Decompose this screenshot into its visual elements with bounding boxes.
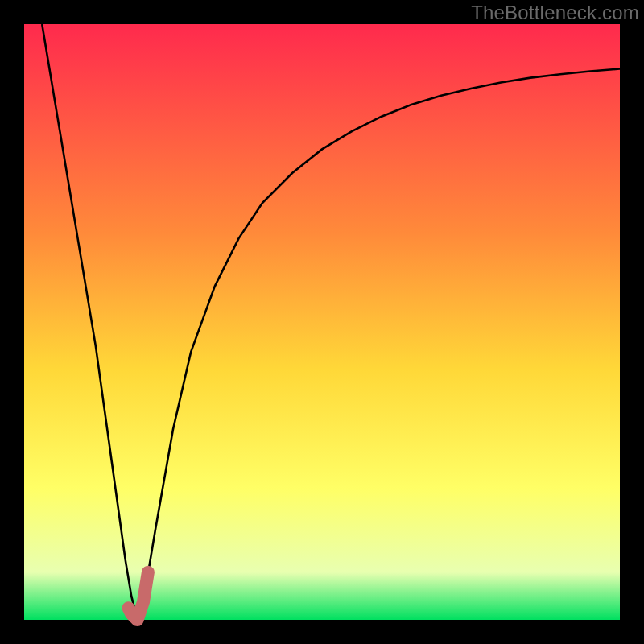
plot-area [24, 24, 620, 620]
chart-frame: TheBottleneck.com [0, 0, 644, 644]
curve-layer [24, 24, 620, 620]
watermark-text: TheBottleneck.com [471, 2, 639, 24]
bottleneck-curve [42, 24, 620, 620]
